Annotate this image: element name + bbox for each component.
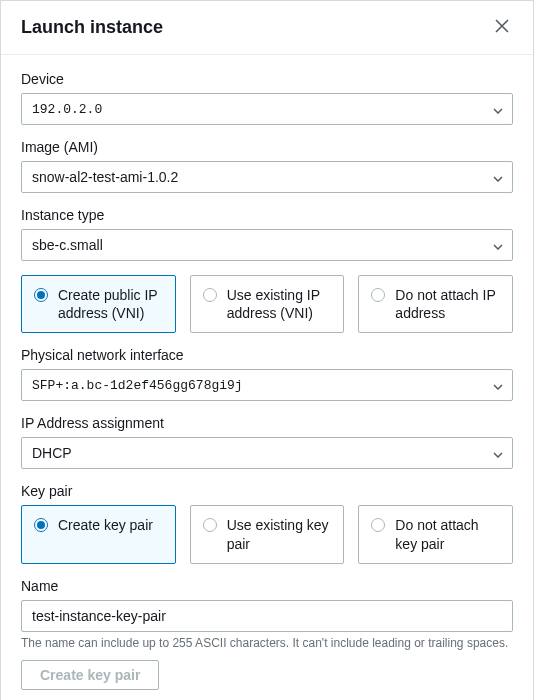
device-field: Device 192.0.2.0 [21, 71, 513, 125]
image-value: snow-al2-test-ami-1.0.2 [32, 169, 178, 185]
ip-radio-existing-label: Use existing IP address (VNI) [227, 286, 332, 322]
physical-interface-value: SFP+:a.bc-1d2ef456gg678gi9j [32, 378, 243, 393]
modal-header: Launch instance [1, 1, 533, 55]
keypair-field: Key pair Create key pair Use existing ke… [21, 483, 513, 563]
ip-assignment-label: IP Address assignment [21, 415, 513, 431]
launch-instance-modal: Launch instance Device 192.0.2.0 Image (… [0, 0, 534, 700]
ip-assignment-field: IP Address assignment DHCP [21, 415, 513, 469]
device-select[interactable]: 192.0.2.0 [21, 93, 513, 125]
keypair-label: Key pair [21, 483, 513, 499]
device-value: 192.0.2.0 [32, 102, 102, 117]
ip-assignment-value: DHCP [32, 445, 72, 461]
instance-type-label: Instance type [21, 207, 513, 223]
ip-radio-group: Create public IP address (VNI) Use exist… [21, 275, 513, 333]
keypair-radio-none-label: Do not attach key pair [395, 516, 500, 552]
name-input[interactable] [21, 600, 513, 632]
name-field: Name The name can include up to 255 ASCI… [21, 578, 513, 690]
radio-icon [371, 518, 385, 532]
physical-interface-select[interactable]: SFP+:a.bc-1d2ef456gg678gi9j [21, 369, 513, 401]
instance-type-field: Instance type sbe-c.small [21, 207, 513, 261]
physical-interface-label: Physical network interface [21, 347, 513, 363]
image-field: Image (AMI) snow-al2-test-ami-1.0.2 [21, 139, 513, 193]
radio-icon [34, 288, 48, 302]
radio-icon [34, 518, 48, 532]
ip-radio-none-label: Do not attach IP address [395, 286, 500, 322]
image-label: Image (AMI) [21, 139, 513, 155]
instance-type-select[interactable]: sbe-c.small [21, 229, 513, 261]
ip-radio-create-label: Create public IP address (VNI) [58, 286, 163, 322]
physical-interface-field: Physical network interface SFP+:a.bc-1d2… [21, 347, 513, 401]
ip-assignment-select[interactable]: DHCP [21, 437, 513, 469]
device-label: Device [21, 71, 513, 87]
name-label: Name [21, 578, 513, 594]
modal-title: Launch instance [21, 17, 163, 38]
create-keypair-button[interactable]: Create key pair [21, 660, 159, 690]
ip-radio-none[interactable]: Do not attach IP address [358, 275, 513, 333]
radio-icon [371, 288, 385, 302]
name-helper: The name can include up to 255 ASCII cha… [21, 636, 513, 650]
ip-radio-create[interactable]: Create public IP address (VNI) [21, 275, 176, 333]
ip-radio-existing[interactable]: Use existing IP address (VNI) [190, 275, 345, 333]
radio-icon [203, 518, 217, 532]
keypair-radio-create-label: Create key pair [58, 516, 153, 534]
instance-type-value: sbe-c.small [32, 237, 103, 253]
image-select[interactable]: snow-al2-test-ami-1.0.2 [21, 161, 513, 193]
radio-icon [203, 288, 217, 302]
keypair-radio-existing-label: Use existing key pair [227, 516, 332, 552]
keypair-radio-existing[interactable]: Use existing key pair [190, 505, 345, 563]
keypair-radio-none[interactable]: Do not attach key pair [358, 505, 513, 563]
modal-content: Device 192.0.2.0 Image (AMI) snow-al2-te… [1, 55, 533, 700]
close-icon [495, 19, 509, 36]
close-button[interactable] [491, 15, 513, 40]
keypair-radio-create[interactable]: Create key pair [21, 505, 176, 563]
